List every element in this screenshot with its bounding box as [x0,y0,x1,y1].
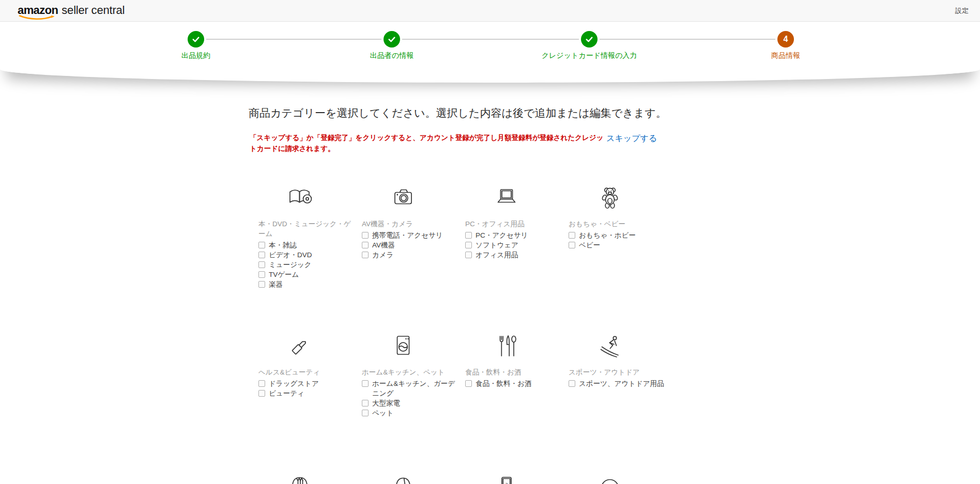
skip-link[interactable]: スキップする [606,133,657,144]
category-option[interactable]: AV機器 [362,240,458,250]
category-checkbox[interactable] [258,390,265,397]
lipstick-icon [287,333,312,358]
warning-text: 「スキップする」か「登録完了」をクリックすると、アカウント登録が完了し月額登録料… [250,132,610,154]
camera-icon [391,185,416,210]
category-option-label: 携帯電話・アクセサリ [372,230,443,240]
laptop-icon [494,185,519,210]
category-option-label: ドラッグストア [269,379,319,388]
category-option[interactable]: オフィス用品 [465,250,561,260]
category-car [362,474,465,484]
category-option[interactable]: 大型家電 [362,398,458,408]
category-option[interactable]: ミュージック [258,260,355,270]
clothing-icon [287,474,312,484]
category-title: スポーツ・アウトドア [569,367,665,377]
category-option[interactable]: ベビー [569,240,665,250]
category-checkbox[interactable] [362,410,369,416]
category-option[interactable]: PC・アクセサリ [465,230,561,240]
category-checkbox[interactable] [465,252,472,258]
category-option[interactable]: カメラ [362,250,458,260]
step-complete-check-icon [384,31,400,48]
category-checkbox[interactable] [465,380,472,387]
stepper: 出品規約出品者の情報クレジットカード情報の入力4商品情報 [0,22,980,83]
svg-text:a: a [505,480,508,484]
category-checkbox[interactable] [362,400,369,407]
page-title: 商品カテゴリーを選択してください。選択した内容は後で追加または編集できます。 [249,106,667,120]
category-checkbox[interactable] [362,252,369,258]
category-checkbox[interactable] [258,271,265,278]
step-1: 出品規約 [108,31,284,60]
category-option[interactable]: 本・雑誌 [258,240,355,250]
category-option[interactable]: ペット [362,408,458,418]
category-option[interactable]: ビデオ・DVD [258,250,355,260]
category-title: AV機器・カメラ [362,219,458,229]
teddy-bear-icon [598,185,622,210]
step-label: 商品情報 [698,51,874,60]
category-option-label: TVゲーム [269,270,299,279]
category-option[interactable]: ホーム&キッチン、ガーデニング [362,379,458,398]
category-checkbox[interactable] [465,232,472,239]
category-option[interactable]: ドラッグストア [258,379,355,388]
amazon-smile-icon [19,15,56,20]
category-option[interactable]: ソフトウェア [465,240,561,250]
category-checkbox[interactable] [258,252,265,258]
category-row: 本・DVD・ミュージック・ゲーム本・雑誌ビデオ・DVDミュージックTVゲーム楽器… [258,185,672,289]
category-title: ヘルス&ビューティ [258,367,355,377]
step-4: 4商品情報 [698,31,874,60]
category-teddy-bear: おもちゃ・ベビーおもちゃ・ホビーベビー [569,185,672,289]
category-title: おもちゃ・ベビー [569,219,665,229]
category-checkbox[interactable] [362,242,369,248]
category-checkbox[interactable] [258,281,265,288]
amazon-wordmark: amazon [18,4,58,17]
category-title: 本・DVD・ミュージック・ゲーム [258,219,355,239]
category-checkbox[interactable] [258,380,265,387]
category-option-label: ソフトウェア [476,240,518,250]
step-label: 出品規約 [108,51,284,60]
car-icon [391,474,416,484]
category-book-media: 本・DVD・ミュージック・ゲーム本・雑誌ビデオ・DVDミュージックTVゲーム楽器 [258,185,362,289]
category-option[interactable]: スポーツ、アウトドア用品 [569,379,665,388]
category-option-label: オフィス用品 [476,250,518,260]
category-checkbox[interactable] [569,242,575,248]
category-checkbox[interactable] [569,380,575,387]
category-option[interactable]: TVゲーム [258,270,355,279]
category-option[interactable]: 食品・飲料・お酒 [465,379,561,388]
category-clothing [258,474,362,484]
step-complete-check-icon [581,31,598,48]
category-tablet: a [465,474,569,484]
category-option[interactable]: 携帯電話・アクセサリ [362,230,458,240]
category-option-label: ベビー [579,240,600,250]
seller-central-text: seller central [62,4,125,17]
category-ski: スポーツ・アウトドアスポーツ、アウトドア用品 [569,333,672,418]
category-option-label: ホーム&キッチン、ガーデニング [372,379,458,398]
tablet-icon: a [494,474,519,484]
step-label: 出品者の情報 [304,51,480,60]
category-option-label: AV機器 [372,240,395,250]
category-checkbox[interactable] [362,380,369,387]
category-option-label: PC・アクセサリ [476,230,528,240]
category-checkbox[interactable] [258,242,265,248]
settings-link[interactable]: 設定 [955,6,969,15]
category-option[interactable]: ビューティ [258,388,355,398]
category-option[interactable]: おもちゃ・ホビー [569,230,665,240]
category-title: ホーム&キッチン、ペット [362,367,458,377]
category-checkbox[interactable] [362,232,369,239]
category-title: 食品・飲料・お酒 [465,367,561,377]
step-2: 出品者の情報 [304,31,480,60]
category-row: a [258,474,672,484]
cutlery-icon [494,333,519,358]
category-washing-machine: ホーム&キッチン、ペットホーム&キッチン、ガーデニング大型家電ペット [362,333,465,418]
category-option[interactable]: 楽器 [258,279,355,289]
category-round-object [569,474,672,484]
category-checkbox[interactable] [465,242,472,248]
step-complete-check-icon [188,31,204,48]
category-row: ヘルス&ビューティドラッグストアビューティホーム&キッチン、ペットホーム&キッチ… [258,333,672,418]
amazon-seller-central-logo[interactable]: amazon seller central [18,4,125,17]
category-option-label: 大型家電 [372,398,400,408]
category-checkbox[interactable] [569,232,575,239]
category-option-label: ビューティ [269,388,304,398]
step-3: クレジットカード情報の入力 [501,31,677,60]
category-laptop: PC・オフィス用品PC・アクセサリソフトウェアオフィス用品 [465,185,569,289]
step-label: クレジットカード情報の入力 [501,51,677,60]
category-lipstick: ヘルス&ビューティドラッグストアビューティ [258,333,362,418]
category-checkbox[interactable] [258,261,265,268]
